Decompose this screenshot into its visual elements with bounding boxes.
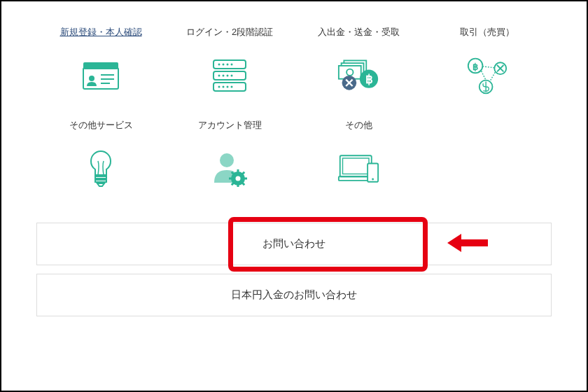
category-account-management[interactable]: アカウント管理 (165, 108, 294, 202)
svg-point-52 (372, 178, 374, 180)
svg-point-11 (227, 63, 229, 65)
contact-button[interactable]: お問い合わせ (36, 223, 552, 265)
svg-rect-36 (95, 180, 106, 182)
svg-line-34 (482, 66, 494, 67)
category-registration[interactable]: 新規登録・本人確認 (36, 15, 165, 108)
svg-rect-42 (229, 177, 232, 179)
svg-rect-35 (95, 176, 106, 178)
category-grid: 新規登録・本人確認 ログイン・2段階認証 (36, 15, 552, 202)
svg-line-33 (490, 72, 496, 81)
category-label: 取引（売買） (460, 26, 514, 38)
money-transfer-icon: ฿ (337, 56, 379, 94)
category-other-services[interactable]: その他サービス (36, 108, 165, 202)
id-card-icon (80, 56, 122, 94)
svg-text:฿: ฿ (365, 73, 373, 86)
jpy-deposit-contact-button[interactable]: 日本円入金のお問い合わせ (36, 274, 552, 316)
svg-point-39 (236, 176, 241, 181)
crypto-trade-icon: ฿ (466, 56, 508, 94)
category-label: その他サービス (69, 119, 133, 132)
svg-point-19 (227, 85, 229, 88)
svg-rect-49 (343, 158, 370, 174)
category-other[interactable]: その他 (294, 108, 423, 202)
svg-line-32 (482, 71, 486, 80)
svg-point-15 (227, 74, 229, 76)
category-deposit-withdraw[interactable]: 入出金・送金・受取 ฿ (294, 15, 423, 108)
svg-point-37 (220, 153, 234, 167)
svg-point-20 (231, 85, 233, 88)
user-gear-icon (209, 149, 251, 188)
svg-point-9 (218, 63, 220, 65)
category-label: その他 (345, 119, 372, 132)
svg-point-12 (231, 63, 233, 65)
svg-point-16 (231, 74, 233, 76)
svg-point-10 (223, 63, 225, 65)
devices-icon (337, 149, 379, 188)
category-label: 入出金・送金・受取 (318, 26, 400, 38)
category-label: ログイン・2段階認証 (186, 26, 273, 38)
svg-rect-48 (340, 155, 372, 176)
svg-rect-1 (83, 62, 118, 69)
lightbulb-icon (80, 149, 122, 188)
password-fields-icon (209, 56, 251, 94)
svg-point-17 (218, 85, 220, 88)
svg-rect-40 (237, 169, 239, 173)
svg-point-13 (218, 74, 220, 76)
svg-text:฿: ฿ (472, 61, 478, 71)
svg-point-18 (223, 85, 225, 88)
svg-rect-43 (244, 177, 247, 179)
category-label: 新規登録・本人確認 (60, 26, 142, 38)
category-login[interactable]: ログイン・2段階認証 (165, 15, 294, 108)
category-label: アカウント管理 (198, 119, 262, 132)
category-trading[interactable]: 取引（売買） ฿ (423, 15, 552, 108)
svg-point-14 (223, 74, 225, 76)
svg-point-2 (89, 76, 94, 81)
svg-rect-41 (237, 184, 239, 187)
contact-buttons: お問い合わせ 日本円入金のお問い合わせ (36, 223, 552, 316)
